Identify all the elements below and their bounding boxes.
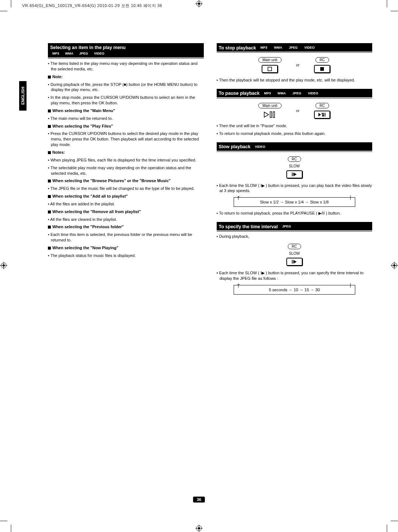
note-1: • During playback of file, press the STO…	[48, 82, 204, 93]
notes-heading: Notes:	[52, 150, 65, 154]
interval-title: To specify the time interval	[219, 224, 278, 229]
p-notes-2: • The selectable play mode may vary depe…	[48, 165, 204, 176]
label-rc: RC	[288, 244, 301, 249]
svg-rect-11	[273, 112, 275, 118]
registration-bottom	[195, 525, 203, 532]
note-2: • In the stop mode, press the CURSOR UP/…	[48, 95, 204, 106]
print-header: VR-654(G)_ENG_100129_VR-654(G) 2010-01-2…	[22, 3, 162, 8]
svg-rect-8	[268, 67, 272, 71]
stop-text: • Then the playback will be stopped and …	[217, 77, 373, 83]
label-rc: RC	[288, 156, 301, 162]
pill-wma: WMA	[63, 51, 76, 56]
svg-rect-9	[320, 67, 324, 71]
stop-button-rc[interactable]	[314, 65, 330, 73]
h-main-menu: When selecting the "Main Menu"	[52, 108, 115, 113]
pause-title: To pause playback	[219, 91, 260, 96]
cycle-arrow-in	[236, 283, 241, 288]
section-pause: To pause playback MP3 WMA JPEG VIDEO	[217, 89, 373, 97]
p-notes-1: • When playing JPEG files, each file is …	[48, 157, 204, 163]
or-text: or	[296, 63, 300, 67]
label-rc: RC	[315, 103, 329, 108]
slow-text-2: • To return to normal playback, press th…	[217, 211, 373, 216]
pill-video: VIDEO	[92, 51, 107, 56]
pause-text-2: • To return to normal playback mode, pre…	[217, 131, 373, 136]
pill-mp3: MP3	[50, 51, 62, 56]
intro-text: • The items listed in the play menu may …	[48, 61, 204, 72]
h-removeall: When selecting the "Remove all from play…	[52, 209, 141, 214]
slow-button[interactable]	[286, 170, 303, 178]
h-play-files: When selecting the "Play Files"	[52, 124, 113, 128]
left-column: Selecting an item in the play menu MP3 W…	[48, 42, 204, 510]
h-now: When selecting the "Now Playing"	[52, 246, 118, 250]
play-pause-rc-button[interactable]	[314, 111, 330, 119]
crop-mark-tl	[0, 0, 18, 18]
cycle-arrow-out	[348, 283, 353, 288]
h-prev: When selecting the "Previous folder"	[52, 225, 124, 229]
slow-cycle: Slow x 1/2 → Slow x 1/4 → Slow x 1/8	[234, 197, 355, 207]
svg-rect-14	[292, 173, 293, 176]
svg-rect-12	[323, 113, 324, 117]
pill-video: VIDEO	[306, 91, 320, 96]
stop-icon	[268, 67, 272, 71]
svg-rect-13	[325, 113, 325, 117]
p-play-files: • Press the CURSOR UP/DOWN buttons to se…	[48, 131, 204, 147]
section-interval: To specify the time interval JPEG	[217, 222, 373, 230]
section-title: Selecting an item in the play menu	[50, 45, 126, 50]
play-pause-main-icon[interactable]	[263, 111, 276, 119]
slow-cycle-text: Slow x 1/2 → Slow x 1/4 → Slow x 1/8	[260, 200, 329, 204]
or-text: or	[296, 109, 300, 113]
p-addall: • All the files are added in the playlis…	[48, 201, 204, 207]
h-browse: When selecting the "Browse Pictures" or …	[52, 178, 171, 183]
slow-title: Slow playback	[219, 144, 251, 149]
pill-jpeg: JPEG	[290, 91, 303, 96]
interval-text-2: • Each time the SLOW ( I▶ ) button is pr…	[217, 270, 373, 281]
slow-button-interval[interactable]	[286, 258, 303, 266]
p-now: • The playback status for music files is…	[48, 253, 204, 258]
p-browse: • The JPEG file or the music file will b…	[48, 186, 204, 191]
registration-right	[391, 262, 398, 269]
pill-wma: WMA	[272, 45, 284, 51]
pill-video: VIDEO	[253, 144, 268, 150]
pill-jpeg: JPEG	[287, 45, 300, 51]
label-main-unit: Main unit	[258, 103, 282, 108]
svg-rect-10	[270, 112, 272, 118]
right-column: To stop playback MP3 WMA JPEG VIDEO Main…	[217, 42, 373, 510]
slow-step-icon	[291, 260, 297, 264]
cycle-arrow-out	[348, 195, 353, 200]
slow-label: SLOW	[289, 164, 300, 168]
pill-mp3: MP3	[258, 45, 270, 51]
slow-text-1: • Each time the SLOW ( I▶ ) button is pr…	[217, 183, 373, 194]
pill-jpeg: JPEG	[77, 51, 90, 56]
crop-mark-br	[380, 514, 398, 532]
h-addall: When selecting the "Add all to playlist"	[52, 194, 128, 198]
stop-filled-icon	[320, 67, 324, 71]
pill-jpeg: JPEG	[280, 224, 293, 229]
language-tab: ENGLISH	[19, 81, 27, 111]
section-selecting-item: Selecting an item in the play menu	[48, 44, 204, 51]
slow-label: SLOW	[289, 251, 300, 255]
stop-title: To stop playback	[219, 45, 256, 51]
section-stop: To stop playback MP3 WMA JPEG VIDEO	[217, 44, 373, 52]
play-pause-icon	[318, 112, 326, 117]
page-number: 36	[193, 497, 205, 503]
p-main-menu: • The main menu will be returned to.	[48, 116, 204, 121]
interval-text-1: • During playback,	[217, 234, 373, 239]
registration-top	[195, 0, 203, 7]
p-removeall: • All the files are cleared in the playl…	[48, 217, 204, 222]
pill-mp3: MP3	[262, 91, 273, 96]
interval-cycle: 5 seconds → 10 → 15 → 30	[234, 285, 355, 295]
slow-step-icon	[291, 172, 297, 177]
svg-rect-15	[292, 260, 293, 264]
stop-button-main[interactable]	[262, 65, 278, 73]
label-main-unit: Main unit	[258, 57, 282, 63]
registration-left	[0, 262, 7, 269]
pill-wma: WMA	[275, 91, 288, 96]
pause-text-1: • Then the unit will be in "Pause" mode.	[217, 123, 373, 129]
section-slow: Slow playback VIDEO	[217, 143, 373, 151]
note-heading: Note:	[52, 74, 63, 79]
crop-mark-tr	[380, 0, 398, 18]
p-prev: • Each time this item is selected, the p…	[48, 232, 204, 243]
crop-mark-bl	[0, 514, 18, 532]
label-rc: RC	[315, 57, 329, 63]
interval-cycle-text: 5 seconds → 10 → 15 → 30	[269, 288, 320, 292]
